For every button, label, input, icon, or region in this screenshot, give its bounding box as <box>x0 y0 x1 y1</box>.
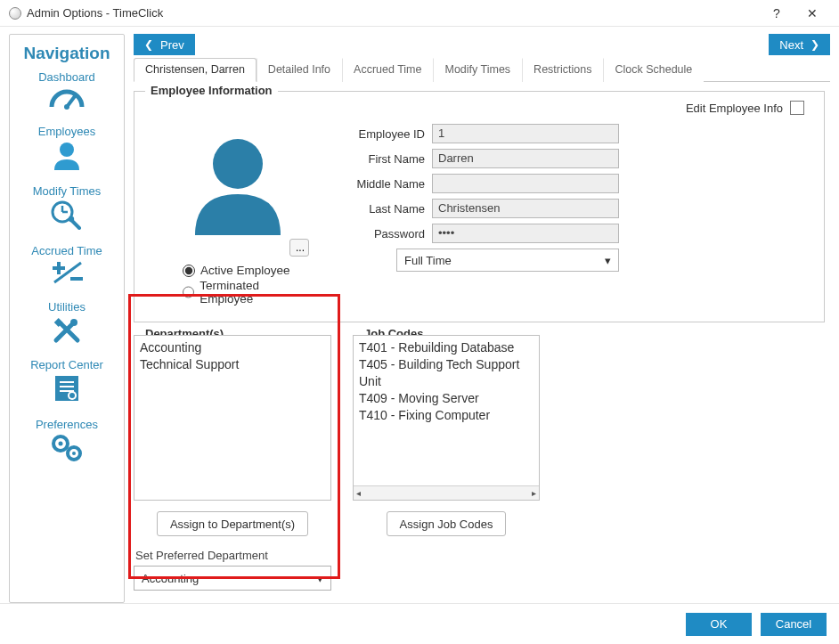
tab-modify-times[interactable]: Modify Times <box>433 58 522 82</box>
radio-active-employee[interactable]: Active Employee <box>183 264 309 277</box>
svg-point-11 <box>70 319 77 326</box>
sidebar-item-dashboard[interactable]: Dashboard <box>10 70 124 110</box>
sidebar-item-utilities[interactable]: Utilities <box>10 300 124 344</box>
sidebar-item-preferences[interactable]: Preferences <box>10 418 124 463</box>
radio-terminated-employee[interactable]: Terminated Employee <box>183 279 309 306</box>
password-label: Password <box>327 227 425 240</box>
middle-name-label: Middle Name <box>327 177 425 191</box>
sidebar-item-label: Modify Times <box>10 184 124 198</box>
first-name-field[interactable]: Darren <box>432 149 619 168</box>
employee-id-field[interactable]: 1 <box>432 124 619 143</box>
close-button[interactable]: ✕ <box>794 0 830 27</box>
tools-icon <box>51 315 83 344</box>
gears-icon <box>49 433 85 463</box>
svg-point-1 <box>64 104 69 110</box>
last-name-label: Last Name <box>327 202 425 216</box>
password-field[interactable]: •••• <box>432 224 619 243</box>
radio-terminated-input[interactable] <box>183 286 194 298</box>
sidebar-item-label: Employees <box>10 125 124 138</box>
chevron-left-icon: ❮ <box>144 38 153 51</box>
svg-point-18 <box>69 393 75 398</box>
prev-button[interactable]: ❮ Prev <box>134 34 195 55</box>
svg-point-22 <box>72 452 76 455</box>
sidebar: Navigation Dashboard Employees Modify Ti… <box>9 34 125 603</box>
avatar-icon <box>184 128 291 235</box>
departments-listbox[interactable]: Accounting Technical Support <box>134 335 331 501</box>
list-item[interactable]: T409 - Moving Server <box>359 390 534 407</box>
jobcodes-group: Job Codes T401 - Rebuilding Database T40… <box>353 335 540 591</box>
sidebar-item-label: Accrued Time <box>10 244 124 257</box>
clock-wrench-icon <box>49 200 85 230</box>
jobcodes-listbox[interactable]: T401 - Rebuilding Database T405 - Buildi… <box>353 335 540 501</box>
tab-accrued-time[interactable]: Accrued Time <box>342 58 433 82</box>
titlebar: Admin Options - TimeClick ? ✕ <box>0 0 839 27</box>
list-item[interactable]: Accounting <box>140 339 325 356</box>
list-item[interactable]: Technical Support <box>140 356 325 373</box>
assign-jobcodes-button[interactable]: Assign Job Codes <box>387 511 507 536</box>
chevron-right-icon: ❯ <box>810 38 819 51</box>
employee-info-legend: Employee Information <box>145 84 278 97</box>
change-photo-button[interactable]: ... <box>289 239 309 257</box>
tab-employee[interactable]: Christensen, Darren <box>134 58 257 82</box>
cancel-button[interactable]: Cancel <box>761 613 827 636</box>
tab-clock-schedule[interactable]: Clock Schedule <box>603 58 704 82</box>
radio-terminated-label: Terminated Employee <box>200 279 309 306</box>
scroll-left-icon[interactable]: ◂ <box>356 485 361 501</box>
employee-photo <box>175 106 300 235</box>
list-item[interactable]: T410 - Fixing Computer <box>359 407 534 424</box>
first-name-label: First Name <box>327 152 425 166</box>
gauge-icon <box>48 86 86 110</box>
next-button[interactable]: Next ❯ <box>769 34 830 55</box>
radio-active-label: Active Employee <box>200 264 290 277</box>
list-item[interactable]: T401 - Rebuilding Database <box>359 339 534 356</box>
dialog-footer: OK Cancel <box>0 603 839 644</box>
scroll-right-icon[interactable]: ▸ <box>532 485 536 501</box>
middle-name-field[interactable] <box>432 174 619 193</box>
svg-point-2 <box>60 143 74 157</box>
plus-minus-icon <box>49 259 85 286</box>
last-name-field[interactable]: Christensen <box>432 199 619 218</box>
chevron-down-icon: ▾ <box>317 572 323 585</box>
person-icon <box>51 140 83 170</box>
edit-employee-label: Edit Employee Info <box>686 102 783 115</box>
preferred-department-label: Set Preferred Department <box>135 549 331 562</box>
main-pane: ❮ Prev Next ❯ Christensen, Darren Detail… <box>134 34 830 603</box>
list-item[interactable]: T405 - Building Tech Support Unit <box>359 356 534 390</box>
employee-id-label: Employee ID <box>327 127 425 141</box>
ok-button[interactable]: OK <box>686 613 752 636</box>
window-title: Admin Options - TimeClick <box>27 6 163 20</box>
app-icon <box>9 7 21 20</box>
tab-detailed-info[interactable]: Detailed Info <box>257 58 342 82</box>
sidebar-item-label: Dashboard <box>10 70 124 84</box>
sidebar-item-report-center[interactable]: Report Center <box>10 358 124 404</box>
prev-label: Prev <box>160 38 184 52</box>
sidebar-item-label: Preferences <box>10 418 124 431</box>
svg-point-6 <box>69 216 74 222</box>
sidebar-item-accrued-time[interactable]: Accrued Time <box>10 244 124 286</box>
sidebar-item-employees[interactable]: Employees <box>10 125 124 170</box>
departments-group: Department(s) Accounting Technical Suppo… <box>134 335 331 591</box>
employee-info-panel: Employee Information ... Active Employee <box>134 91 825 322</box>
edit-employee-checkbox[interactable] <box>790 101 804 115</box>
tab-restrictions[interactable]: Restrictions <box>522 58 603 82</box>
sidebar-item-label: Utilities <box>10 300 124 314</box>
svg-point-20 <box>59 442 63 446</box>
report-icon <box>52 373 82 404</box>
sidebar-title: Navigation <box>10 44 124 63</box>
sidebar-item-modify-times[interactable]: Modify Times <box>10 184 124 230</box>
sidebar-item-label: Report Center <box>10 358 124 371</box>
employment-type-dropdown[interactable]: Full Time ▾ <box>396 249 619 272</box>
help-button[interactable]: ? <box>759 0 794 27</box>
next-label: Next <box>779 38 803 52</box>
preferred-department-dropdown[interactable]: Accounting ▾ <box>134 566 331 591</box>
tabs: Christensen, Darren Detailed Info Accrue… <box>134 57 830 82</box>
horizontal-scrollbar[interactable]: ◂ ▸ <box>354 485 539 500</box>
employment-type-value: Full Time <box>404 254 452 267</box>
svg-point-23 <box>213 139 263 189</box>
assign-department-button[interactable]: Assign to Department(s) <box>157 511 308 536</box>
radio-active-input[interactable] <box>183 265 195 277</box>
chevron-down-icon: ▾ <box>605 254 611 267</box>
preferred-department-value: Accounting <box>142 572 199 585</box>
